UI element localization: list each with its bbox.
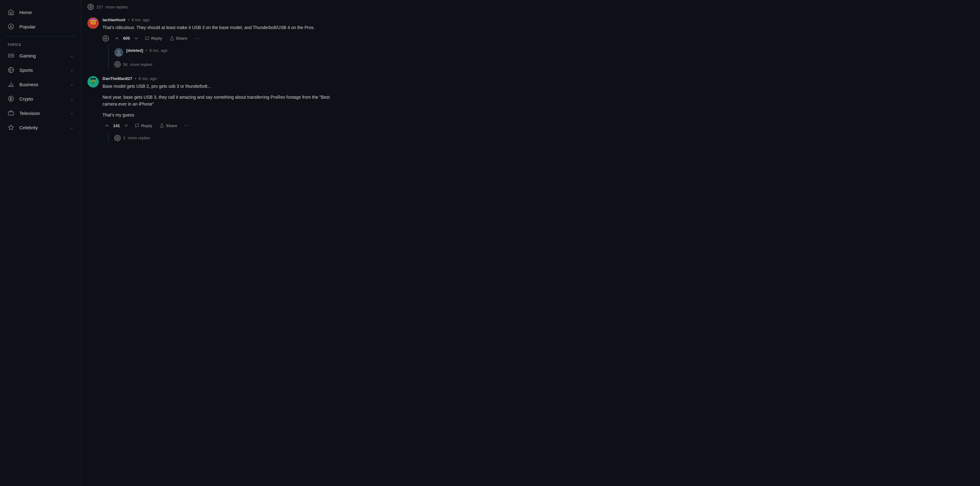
svg-rect-42	[90, 78, 96, 79]
sports-icon	[8, 67, 14, 73]
svg-rect-22	[92, 22, 92, 22]
svg-rect-27	[91, 19, 95, 20]
comment2-body: Base model gets USB 2, pro gets usb 3 or…	[102, 83, 331, 118]
nested-comment-deleted-content: [deleted] • 6 mo. ago	[126, 48, 167, 57]
sidebar-gaming-label: Gaming	[19, 53, 36, 59]
comment-dantheman: DanTheMan827 • 6 mo. ago Base model gets…	[88, 74, 331, 143]
top-more-replies-text: 157 more replies	[96, 5, 128, 10]
comment-lachlanhunt: lachlanhunt • 6 mo. ago That's ridiculou…	[88, 15, 331, 69]
chevron-down-icon: ⌄	[70, 82, 73, 87]
comment2-meta: DanTheMan827 • 6 mo. ago	[102, 76, 331, 81]
comment2-time: 6 mo. ago	[139, 76, 157, 81]
home-icon	[8, 9, 14, 16]
nested-area-comment2: 2 more replies	[108, 132, 331, 143]
svg-rect-15	[8, 112, 14, 115]
comment1-body: That's ridiculous. They should at least …	[102, 24, 331, 31]
sidebar-item-television[interactable]: Television ⌄	[0, 106, 81, 120]
nested-time: 6 mo. ago	[150, 48, 167, 53]
svg-marker-16	[8, 125, 14, 130]
collapse-button[interactable]	[102, 35, 109, 41]
expand-icon	[88, 4, 94, 10]
reply-button[interactable]: Reply	[142, 34, 165, 43]
svg-rect-29	[95, 19, 96, 20]
trending-icon	[8, 23, 14, 30]
nested-area-comment1: [deleted] • 6 mo. ago	[108, 45, 331, 69]
sidebar-item-celebrity[interactable]: Celebrity ⌄	[0, 120, 81, 135]
sidebar-sports-label: Sports	[19, 67, 33, 73]
svg-point-5	[12, 56, 13, 56]
crypto-icon	[8, 95, 14, 102]
nested-username: [deleted]	[126, 48, 143, 53]
svg-rect-28	[90, 19, 91, 20]
more-actions-button-2[interactable]: ···	[181, 122, 192, 130]
comment1-votes: 605	[123, 36, 130, 41]
reply-button-2[interactable]: Reply	[132, 122, 155, 130]
television-icon	[8, 110, 14, 116]
sidebar-home-label: Home	[19, 10, 32, 15]
upvote-button[interactable]	[113, 35, 121, 42]
comment2-more-replies-text: 2 more replies	[123, 135, 150, 140]
sidebar-item-crypto[interactable]: Crypto ⌄	[0, 92, 81, 106]
sidebar-item-business[interactable]: Business ⌄	[0, 77, 81, 92]
comment2-username: DanTheMan827	[102, 76, 132, 81]
sidebar-item-popular[interactable]: Popular	[0, 19, 81, 34]
sidebar: Home Popular TOPICS Gaming ⌄	[0, 0, 81, 486]
nested-more-replies-text: 56 more replies	[123, 62, 153, 67]
comment2-votes: 141	[113, 123, 121, 128]
sidebar-item-gaming[interactable]: Gaming ⌄	[0, 48, 81, 63]
chevron-down-icon: ⌄	[70, 97, 73, 101]
svg-rect-24	[92, 23, 94, 24]
share-button-2[interactable]: Share	[157, 122, 180, 130]
comment2-body-p2: Next year, base gets USB 3, they call it…	[102, 94, 331, 108]
avatar-dantheman	[88, 76, 99, 87]
share-button[interactable]: Share	[167, 34, 190, 43]
comment1-content: lachlanhunt • 6 mo. ago That's ridiculou…	[102, 17, 331, 69]
svg-point-4	[11, 55, 12, 56]
comment1-actions: 605 Reply	[102, 34, 331, 43]
avatar-lachlanhunt	[88, 17, 99, 29]
downvote-button[interactable]	[132, 35, 141, 42]
nested-comment-meta: [deleted] • 6 mo. ago	[126, 48, 167, 53]
downvote-button-2[interactable]	[122, 122, 130, 129]
comment1-time: 6 mo. ago	[132, 17, 150, 22]
comment2-more-replies[interactable]: 2 more replies	[115, 132, 331, 143]
celebrity-icon	[8, 124, 14, 131]
comments-container: 157 more replies	[81, 0, 337, 143]
gaming-icon	[8, 52, 14, 59]
chevron-down-icon: ⌄	[70, 68, 73, 72]
business-icon	[8, 81, 14, 88]
top-more-replies[interactable]: 157 more replies	[88, 0, 331, 15]
more-actions-button[interactable]: ···	[192, 34, 202, 43]
upvote-button-2[interactable]	[102, 122, 111, 129]
sidebar-popular-label: Popular	[19, 24, 36, 29]
nested-comment-deleted: [deleted] • 6 mo. ago	[115, 45, 331, 60]
sidebar-item-sports[interactable]: Sports ⌄	[0, 63, 81, 77]
avatar-deleted	[115, 48, 123, 57]
comment2-body-p1: Base model gets USB 2, pro gets usb 3 or…	[102, 83, 331, 90]
nested-more-replies[interactable]: 56 more replies	[115, 60, 331, 69]
svg-rect-23	[94, 22, 95, 22]
comment2-actions: 141 Reply	[102, 122, 331, 130]
sidebar-divider	[5, 36, 76, 37]
chevron-down-icon: ⌄	[70, 111, 73, 115]
sidebar-television-label: Television	[19, 111, 40, 116]
comment1-username: lachlanhunt	[102, 17, 125, 22]
sidebar-celebrity-label: Celebrity	[19, 125, 38, 130]
sidebar-crypto-label: Crypto	[19, 96, 33, 102]
topics-label: TOPICS	[0, 39, 81, 48]
comment1-meta: lachlanhunt • 6 mo. ago	[102, 17, 331, 22]
svg-point-34	[117, 50, 120, 53]
comment2-body-p3: That's my guess	[102, 111, 331, 118]
sidebar-item-home[interactable]: Home	[0, 5, 81, 19]
expand-comment2-icon	[115, 135, 121, 141]
chevron-down-icon: ⌄	[70, 125, 73, 130]
expand-nested-icon	[115, 61, 121, 67]
sidebar-business-label: Business	[19, 82, 38, 87]
main-content: 157 more replies	[81, 0, 980, 486]
comment2-content: DanTheMan827 • 6 mo. ago Base model gets…	[102, 76, 331, 143]
chevron-down-icon: ⌄	[70, 53, 73, 58]
